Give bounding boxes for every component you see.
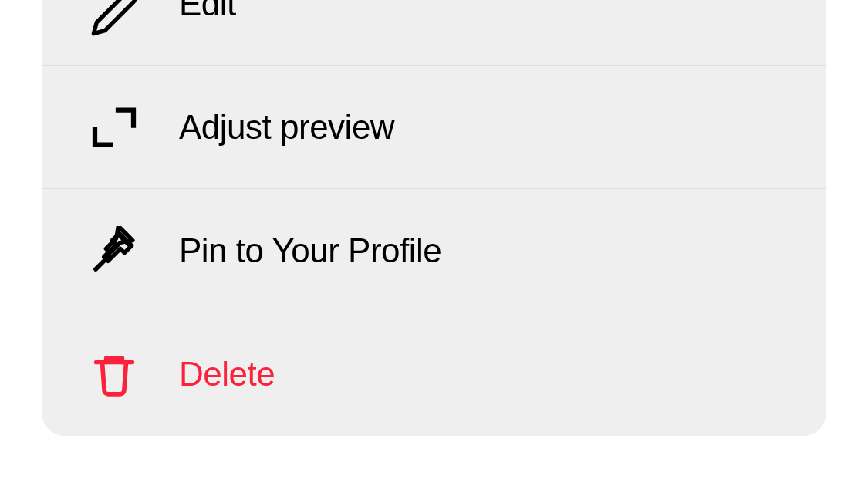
pin-icon: [90, 226, 139, 275]
trash-icon: [90, 349, 139, 399]
menu-item-label: Delete: [179, 355, 275, 393]
menu-item-edit[interactable]: Edit: [42, 0, 826, 66]
menu-item-label: Pin to Your Profile: [179, 231, 441, 270]
menu-item-label: Edit: [179, 0, 236, 23]
menu-item-pin[interactable]: Pin to Your Profile: [42, 189, 826, 312]
action-menu: Edit Adjust preview Pin to Your Profil: [42, 0, 826, 436]
crop-icon: [90, 103, 139, 152]
menu-item-label: Adjust preview: [179, 108, 394, 147]
menu-item-delete[interactable]: Delete: [42, 312, 826, 436]
menu-item-adjust-preview[interactable]: Adjust preview: [42, 66, 826, 189]
edit-icon: [90, 0, 139, 38]
